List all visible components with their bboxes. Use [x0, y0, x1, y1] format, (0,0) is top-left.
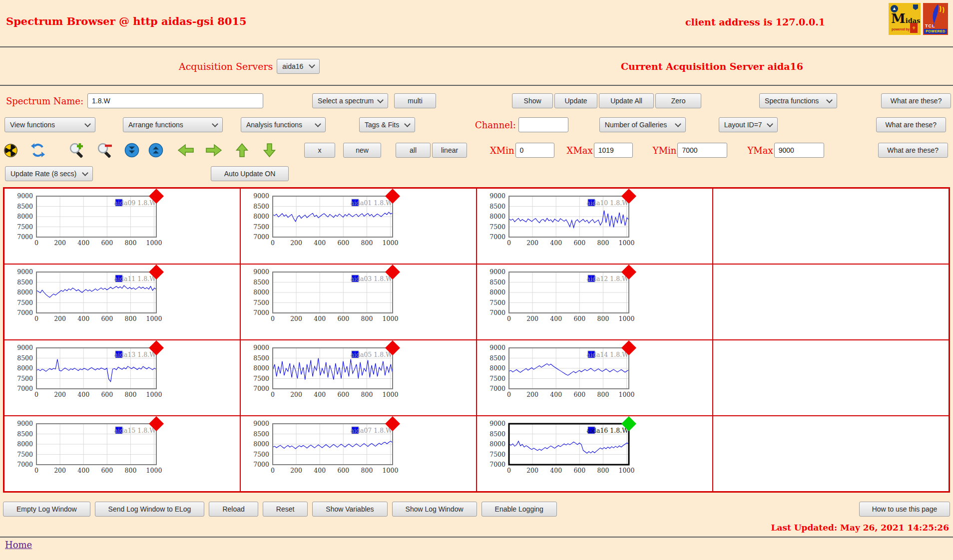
tags-fits-label: Tags & Fits	[365, 121, 399, 129]
what-are-these-button-1[interactable]: What are these?	[881, 93, 951, 108]
update-button[interactable]: Update	[554, 93, 597, 108]
gallery-cell-aida03[interactable]: 7000750080008500900002004006008001000aid…	[240, 264, 476, 340]
spectrum-row: Spectrum Name: Select a spectrum multi S…	[0, 93, 953, 109]
header: Spectrum Browser @ http aidas-gsi 8015 c…	[0, 0, 953, 46]
ymin-label: YMin	[653, 145, 677, 156]
channel-input[interactable]	[518, 117, 568, 132]
spectrum-name-input[interactable]	[87, 93, 263, 108]
midas-logo[interactable]: ▲ Midas powered by ⚜	[889, 3, 921, 35]
gallery-cell-aida09[interactable]: 7000750080008500900002004006008001000aid…	[4, 188, 240, 264]
tags-fits-select[interactable]: Tags & Fits	[359, 117, 415, 132]
pan-up-icon[interactable]	[235, 143, 249, 158]
pan-right-icon[interactable]	[205, 143, 222, 157]
home-link[interactable]: Home	[5, 540, 32, 550]
svg-text:400: 400	[77, 239, 89, 247]
svg-text:0: 0	[34, 467, 38, 474]
svg-text:7500: 7500	[489, 299, 505, 306]
zoom-out-icon[interactable]	[96, 142, 113, 159]
show-button[interactable]: Show	[512, 93, 553, 108]
svg-text:8500: 8500	[17, 354, 33, 362]
x-axis-button[interactable]: x	[304, 143, 335, 158]
linear-button[interactable]: linear	[432, 143, 467, 158]
empty-log-window-button[interactable]: Empty Log Window	[3, 502, 90, 517]
show-variables-button[interactable]: Show Variables	[312, 502, 387, 517]
ymax-input[interactable]	[774, 143, 824, 158]
gallery-cell-aida11[interactable]: 7000750080008500900002004006008001000aid…	[4, 264, 240, 340]
refresh-icon[interactable]	[30, 143, 45, 158]
reload-button[interactable]: Reload	[209, 502, 258, 517]
number-of-galleries-select[interactable]: Number of Galleries	[599, 117, 686, 132]
what-are-these-button-2[interactable]: What are these?	[876, 117, 946, 132]
reset-button[interactable]: Reset	[263, 502, 308, 517]
all-button[interactable]: all	[396, 143, 431, 158]
layout-id-select[interactable]: Layout ID=7	[719, 117, 778, 132]
svg-text:800: 800	[597, 467, 609, 474]
tcl-powered-logo[interactable]: TCL POWERED	[923, 3, 948, 35]
svg-text:200: 200	[526, 315, 538, 322]
tcl-powered-text: POWERED	[924, 29, 947, 34]
svg-text:9000: 9000	[253, 192, 269, 200]
icons-row: x new all linear XMin XMax YMin YMax Wha…	[0, 141, 953, 159]
chevron-down-icon	[826, 97, 833, 103]
analysis-functions-select[interactable]: Analysis functions	[241, 117, 326, 132]
arrange-functions-select[interactable]: Arrange functions	[123, 117, 223, 132]
svg-text:8500: 8500	[253, 354, 269, 362]
view-functions-select[interactable]: View functions	[4, 117, 95, 132]
radiation-icon[interactable]	[4, 144, 17, 157]
zero-button[interactable]: Zero	[655, 93, 701, 108]
svg-text:0: 0	[507, 467, 511, 474]
svg-text:600: 600	[337, 239, 349, 247]
select-spectrum-dropdown[interactable]: Select a spectrum	[312, 93, 388, 108]
svg-text:800: 800	[124, 467, 136, 474]
how-to-use-button[interactable]: How to use this page	[859, 502, 950, 517]
svg-text:8000: 8000	[489, 213, 505, 220]
gallery-cell-aida01[interactable]: 7000750080008500900002004006008001000aid…	[240, 188, 476, 264]
gallery-cell-aida12[interactable]: 7000750080008500900002004006008001000aid…	[476, 264, 713, 340]
zoom-in-icon[interactable]	[68, 142, 85, 159]
update-all-button[interactable]: Update All	[599, 93, 654, 108]
ymin-input[interactable]	[677, 143, 727, 158]
gallery-cell-aida07[interactable]: 7000750080008500900002004006008001000aid…	[240, 416, 476, 492]
svg-text:7500: 7500	[17, 223, 33, 231]
legend-label: aida14 1.8.W	[587, 351, 629, 358]
pan-down-icon[interactable]	[263, 143, 276, 158]
spectra-functions-select[interactable]: Spectra functions	[759, 93, 837, 108]
acquisition-server-select[interactable]: aida16	[277, 59, 320, 74]
svg-text:400: 400	[314, 315, 326, 322]
svg-text:800: 800	[597, 391, 609, 398]
gallery-cell-aida10[interactable]: 7000750080008500900002004006008001000aid…	[476, 188, 713, 264]
gallery-cell-aida13[interactable]: 7000750080008500900002004006008001000aid…	[4, 340, 240, 416]
legend-label: aida12 1.8.W	[587, 275, 629, 282]
spectrum-chart-aida10: 7000750080008500900002004006008001000aid…	[477, 189, 657, 264]
xmax-input[interactable]	[594, 143, 633, 158]
pan-left-icon[interactable]	[177, 143, 194, 157]
svg-text:7500: 7500	[253, 299, 269, 306]
xmin-input[interactable]	[515, 143, 554, 158]
what-are-these-button-3[interactable]: What are these?	[878, 143, 948, 158]
update-row: Update Rate (8 secs) Auto Update ON	[0, 166, 953, 182]
enable-logging-button[interactable]: Enable Logging	[481, 502, 557, 517]
svg-text:9000: 9000	[253, 268, 269, 276]
collapse-y-icon[interactable]	[124, 143, 139, 158]
svg-text:8000: 8000	[489, 364, 505, 372]
expand-y-icon[interactable]	[148, 143, 163, 158]
svg-text:1000: 1000	[146, 467, 162, 474]
svg-text:600: 600	[101, 467, 113, 474]
multi-button[interactable]: multi	[394, 93, 436, 108]
midas-powered-by: powered by	[892, 27, 910, 31]
svg-text:8000: 8000	[17, 440, 33, 448]
new-button[interactable]: new	[343, 143, 381, 158]
gallery-cell-aida15[interactable]: 7000750080008500900002004006008001000aid…	[4, 416, 240, 492]
functions-row: View functions Arrange functions Analysi…	[0, 117, 953, 133]
update-rate-select[interactable]: Update Rate (8 secs)	[5, 166, 93, 181]
gallery-cell-aida05[interactable]: 7000750080008500900002004006008001000aid…	[240, 340, 476, 416]
svg-text:400: 400	[314, 391, 326, 398]
gallery-cell-aida14[interactable]: 7000750080008500900002004006008001000aid…	[476, 340, 713, 416]
show-log-window-button[interactable]: Show Log Window	[392, 502, 477, 517]
gallery-cell-aida16[interactable]: 7000750080008500900002004006008001000aid…	[476, 416, 713, 492]
auto-update-button[interactable]: Auto Update ON	[211, 166, 289, 181]
svg-text:0: 0	[271, 315, 275, 322]
send-log-to-elog-button[interactable]: Send Log Window to ELog	[95, 502, 205, 517]
svg-text:7000: 7000	[489, 233, 505, 241]
spectrum-chart-aida05: 7000750080008500900002004006008001000aid…	[241, 340, 421, 415]
